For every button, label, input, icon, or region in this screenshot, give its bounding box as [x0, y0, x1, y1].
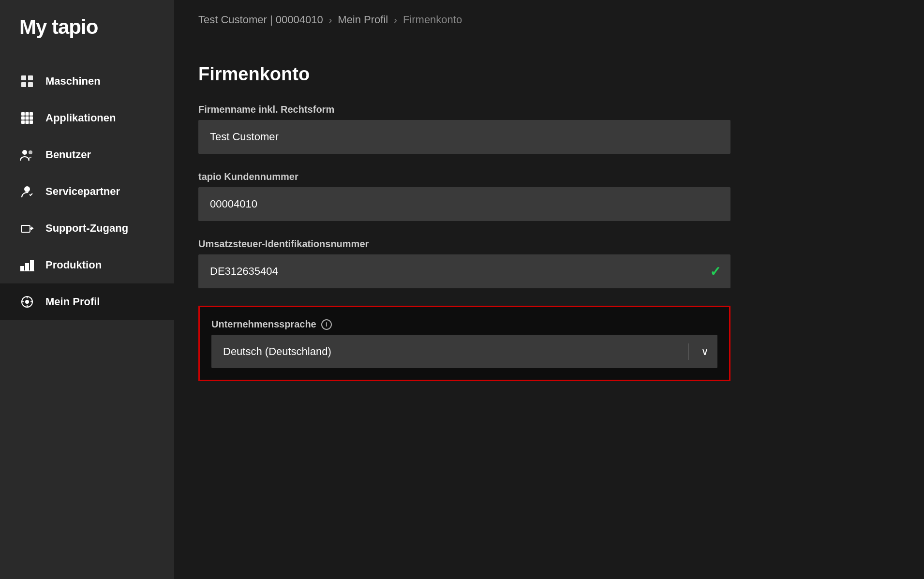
sidebar-item-benutzer-label: Benutzer	[45, 148, 91, 161]
sidebar-item-maschinen[interactable]: Maschinen	[0, 63, 174, 100]
breadcrumb-section: Mein Profil	[338, 14, 388, 26]
sidebar: My tapio Maschinen	[0, 0, 174, 579]
svg-rect-20	[30, 260, 34, 271]
svg-rect-2	[21, 82, 26, 87]
svg-rect-19	[25, 263, 29, 271]
svg-rect-6	[30, 112, 33, 116]
form-group-kundennummer: tapio Kundennummer	[198, 171, 730, 221]
svg-rect-11	[26, 120, 29, 124]
sidebar-item-benutzer[interactable]: Benutzer	[0, 136, 174, 173]
sidebar-item-produktion[interactable]: Produktion	[0, 247, 174, 283]
servicepartner-icon	[19, 184, 35, 199]
breadcrumb: Test Customer | 00004010 › Mein Profil ›…	[198, 14, 900, 26]
unternehmenssprache-label-row: Unternehmenssprache i	[211, 319, 717, 330]
unternehmenssprache-label: Unternehmenssprache	[211, 319, 316, 330]
form-group-unternehmenssprache: Unternehmenssprache i Deutsch (Deutschla…	[198, 306, 730, 381]
firmenname-label: Firmenname inkl. Rechtsform	[198, 104, 730, 115]
unternehmenssprache-select-wrapper: Deutsch (Deutschland) English (United Ki…	[211, 335, 717, 368]
svg-rect-10	[21, 120, 25, 124]
content-area: Firmenkonto Firmenname inkl. Rechtsform …	[174, 40, 924, 579]
applikationen-icon	[19, 110, 35, 126]
umsatzsteuer-input[interactable]	[198, 254, 730, 288]
sidebar-item-servicepartner-label: Servicepartner	[45, 185, 120, 198]
svg-rect-18	[20, 266, 24, 271]
svg-point-14	[29, 150, 32, 154]
svg-rect-12	[30, 120, 33, 124]
svg-rect-0	[21, 75, 26, 80]
svg-point-23	[25, 300, 29, 304]
svg-rect-8	[26, 117, 29, 120]
umsatzsteuer-label: Umsatzsteuer-Identifikationsnummer	[198, 238, 730, 250]
sidebar-item-support-zugang[interactable]: Support-Zugang	[0, 210, 174, 247]
breadcrumb-customer: Test Customer | 00004010	[198, 14, 323, 26]
breadcrumb-sep-2: ›	[394, 15, 397, 26]
app-logo: My tapio	[0, 0, 174, 63]
main-content: Test Customer | 00004010 › Mein Profil ›…	[174, 0, 924, 579]
kundennummer-label: tapio Kundennummer	[198, 171, 730, 182]
breadcrumb-page: Firmenkonto	[403, 14, 462, 26]
produktion-icon	[19, 257, 35, 273]
svg-rect-9	[30, 117, 33, 120]
kundennummer-input[interactable]	[198, 187, 730, 221]
sidebar-item-support-zugang-label: Support-Zugang	[45, 222, 128, 235]
page-title: Firmenkonto	[198, 64, 900, 85]
svg-rect-3	[28, 82, 33, 87]
sidebar-item-servicepartner[interactable]: Servicepartner	[0, 173, 174, 210]
svg-rect-17	[21, 225, 30, 232]
svg-rect-1	[28, 75, 33, 80]
sidebar-item-applikationen[interactable]: Applikationen	[0, 100, 174, 136]
mein-profil-icon	[19, 294, 35, 310]
unternehmenssprache-select[interactable]: Deutsch (Deutschland) English (United Ki…	[211, 335, 717, 368]
support-zugang-icon	[19, 221, 35, 236]
maschinen-icon	[19, 74, 35, 89]
svg-rect-5	[26, 112, 29, 116]
benutzer-icon	[19, 147, 35, 163]
sidebar-item-produktion-label: Produktion	[45, 259, 102, 271]
svg-point-15	[24, 186, 30, 192]
svg-rect-4	[21, 112, 25, 116]
svg-point-13	[22, 150, 27, 155]
form-group-umsatzsteuer: Umsatzsteuer-Identifikationsnummer ✓	[198, 238, 730, 288]
sidebar-item-maschinen-label: Maschinen	[45, 75, 101, 88]
select-divider	[688, 343, 688, 360]
app-title: My tapio	[19, 15, 98, 38]
sidebar-item-mein-profil-label: Mein Profil	[45, 296, 100, 308]
sidebar-item-applikationen-label: Applikationen	[45, 112, 116, 124]
form-section: Firmenname inkl. Rechtsform tapio Kunden…	[198, 104, 730, 381]
sidebar-item-mein-profil[interactable]: Mein Profil	[0, 283, 174, 320]
sidebar-nav: Maschinen Applikationen	[0, 63, 174, 320]
umsatzsteuer-input-wrapper: ✓	[198, 254, 730, 288]
unternehmenssprache-info-icon[interactable]: i	[321, 319, 332, 330]
header: Test Customer | 00004010 › Mein Profil ›…	[174, 0, 924, 40]
umsatzsteuer-valid-icon: ✓	[710, 264, 721, 280]
form-group-firmenname: Firmenname inkl. Rechtsform	[198, 104, 730, 154]
svg-rect-7	[21, 117, 25, 120]
breadcrumb-sep-1: ›	[329, 15, 332, 26]
firmenname-input[interactable]	[198, 120, 730, 154]
